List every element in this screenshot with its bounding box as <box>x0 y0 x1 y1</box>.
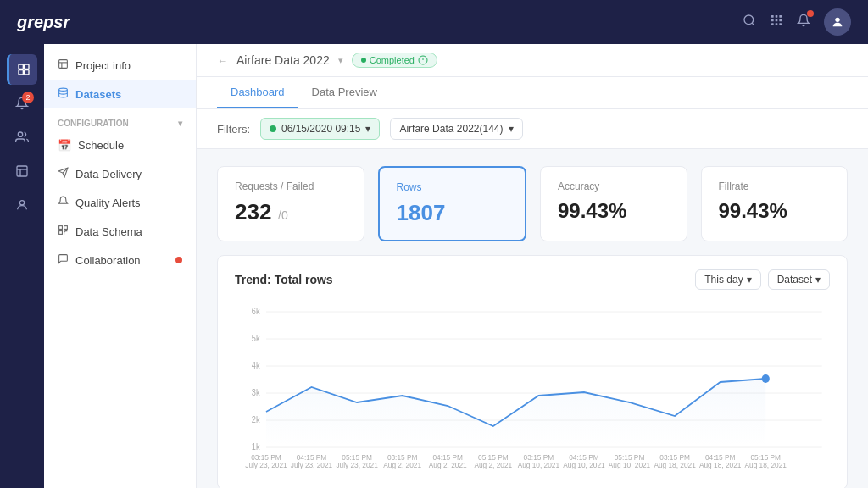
chart-header: Trend: Total rows This day ▾ Dataset ▾ <box>235 269 830 290</box>
datasets-icon <box>58 87 69 101</box>
sidebar-item-schedule[interactable]: 📅 Schedule <box>44 131 196 159</box>
svg-text:Aug 2, 2021: Aug 2, 2021 <box>474 461 512 469</box>
requests-number: 232 <box>235 199 271 225</box>
svg-rect-10 <box>779 23 782 25</box>
dataset-filter[interactable]: Airfare Data 2022(144) ▾ <box>390 118 522 140</box>
svg-rect-7 <box>779 19 782 22</box>
svg-text:6k: 6k <box>252 307 260 316</box>
filter-dot <box>270 125 276 132</box>
svg-text:1k: 1k <box>252 442 260 452</box>
svg-point-11 <box>835 18 839 22</box>
svg-rect-9 <box>776 23 778 25</box>
svg-text:5k: 5k <box>252 334 260 343</box>
dataset-filter-chevron: ▾ <box>509 123 514 135</box>
svg-text:Aug 18, 2021: Aug 18, 2021 <box>699 461 742 469</box>
chart-controls: This day ▾ Dataset ▾ <box>695 269 830 290</box>
nav-icons <box>743 8 851 36</box>
back-arrow[interactable]: ← <box>217 54 228 67</box>
stat-rows: Rows 1807 <box>378 166 527 241</box>
user-avatar[interactable] <box>824 8 851 36</box>
svg-text:Aug 10, 2021: Aug 10, 2021 <box>609 461 651 469</box>
sidebar-item-project-info[interactable]: Project info <box>44 51 196 80</box>
sidebar-icon-users[interactable] <box>7 122 37 152</box>
collaboration-label: Collaboration <box>75 254 141 267</box>
main-content: ← Airfare Data 2022 ▾ Completed Dashboar… <box>197 44 868 488</box>
svg-rect-17 <box>17 166 27 176</box>
svg-text:3k: 3k <box>252 388 260 397</box>
svg-text:Aug 10, 2021: Aug 10, 2021 <box>563 461 605 469</box>
accuracy-value: 99.43% <box>558 199 670 223</box>
fillrate-label: Fillrate <box>719 180 831 192</box>
sidebar-item-quality-alerts[interactable]: Quality Alerts <box>44 188 196 217</box>
status-badge: Completed <box>352 53 437 68</box>
svg-rect-4 <box>779 15 782 18</box>
time-select[interactable]: This day ▾ <box>695 269 760 290</box>
tab-data-preview[interactable]: Data Preview <box>298 77 391 108</box>
group-select-value: Dataset <box>777 274 812 286</box>
rows-value: 1807 <box>397 200 509 226</box>
svg-rect-2 <box>771 15 774 18</box>
accuracy-label: Accuracy <box>558 180 670 192</box>
grid-icon[interactable] <box>770 14 783 30</box>
sidebar-item-data-delivery[interactable]: Data Delivery <box>44 159 196 188</box>
svg-rect-15 <box>24 70 28 75</box>
svg-text:Aug 10, 2021: Aug 10, 2021 <box>518 461 560 469</box>
time-select-chevron: ▾ <box>747 274 752 286</box>
sidebar-item-data-schema[interactable]: Data Schema <box>44 217 196 246</box>
svg-point-20 <box>19 201 24 205</box>
sidebar-icon-project[interactable] <box>7 54 37 85</box>
breadcrumb-chevron[interactable]: ▾ <box>338 55 343 66</box>
sidebar-icon-docs[interactable] <box>7 156 37 186</box>
sidebar-item-collaboration[interactable]: Collaboration <box>44 246 196 274</box>
sidebar-item-datasets[interactable]: Datasets <box>44 80 196 108</box>
requests-label: Requests / Failed <box>235 180 347 192</box>
svg-rect-14 <box>19 70 23 75</box>
filters-bar: Filters: 06/15/2020 09:15 ▾ Airfare Data… <box>197 109 868 149</box>
svg-rect-12 <box>19 64 23 69</box>
data-schema-icon <box>58 225 69 238</box>
group-select-chevron: ▾ <box>815 274 821 286</box>
info-icon <box>418 55 428 65</box>
sidebar-icon-rail: 2 <box>0 44 44 488</box>
data-delivery-icon <box>58 167 69 180</box>
svg-point-0 <box>744 15 754 25</box>
svg-rect-5 <box>771 19 774 22</box>
quality-alerts-label: Quality Alerts <box>75 197 141 209</box>
sidebar-panel: Project info Datasets CONFIGURATION ▾ 📅 … <box>44 44 197 488</box>
tab-dashboard[interactable]: Dashboard <box>217 77 298 108</box>
dataset-filter-value: Airfare Data 2022(144) <box>399 123 503 135</box>
svg-rect-3 <box>776 15 778 18</box>
svg-text:July 23, 2021: July 23, 2021 <box>291 461 333 469</box>
bell-icon[interactable] <box>797 14 810 30</box>
date-filter[interactable]: 06/15/2020 09:15 ▾ <box>260 118 380 140</box>
main-layout: 2 Project info Datasets CONFIGURATION <box>0 44 868 488</box>
configuration-label: CONFIGURATION <box>58 119 129 128</box>
data-delivery-label: Data Delivery <box>75 168 142 180</box>
data-schema-label: Data Schema <box>75 225 142 238</box>
chart-endpoint <box>762 374 770 383</box>
content-topbar: ← Airfare Data 2022 ▾ Completed <box>197 44 868 77</box>
chart-section: Trend: Total rows This day ▾ Dataset ▾ <box>217 255 848 488</box>
date-filter-chevron: ▾ <box>365 123 370 135</box>
sidebar-icon-alerts[interactable]: 2 <box>7 88 37 119</box>
date-filter-value: 06/15/2020 09:15 <box>281 123 360 135</box>
svg-point-24 <box>59 88 68 91</box>
stats-row: Requests / Failed 232 /0 Rows 1807 Accur… <box>197 149 868 255</box>
svg-rect-25 <box>59 226 63 230</box>
svg-text:4k: 4k <box>252 361 260 370</box>
configuration-chevron[interactable]: ▾ <box>178 119 182 128</box>
group-select[interactable]: Dataset ▾ <box>768 269 830 290</box>
search-icon[interactable] <box>743 14 756 30</box>
datasets-label: Datasets <box>75 88 121 101</box>
schedule-icon: 📅 <box>58 139 71 152</box>
svg-text:Aug 2, 2021: Aug 2, 2021 <box>429 461 467 469</box>
svg-point-16 <box>18 132 22 136</box>
collaboration-badge <box>175 257 182 263</box>
sidebar-icon-person[interactable] <box>7 190 37 220</box>
schedule-label: Schedule <box>78 139 124 152</box>
svg-rect-8 <box>771 23 774 25</box>
svg-text:Aug 18, 2021: Aug 18, 2021 <box>745 461 787 469</box>
svg-text:2k: 2k <box>252 415 260 424</box>
quality-alerts-icon <box>58 196 69 209</box>
time-select-value: This day <box>704 274 743 286</box>
